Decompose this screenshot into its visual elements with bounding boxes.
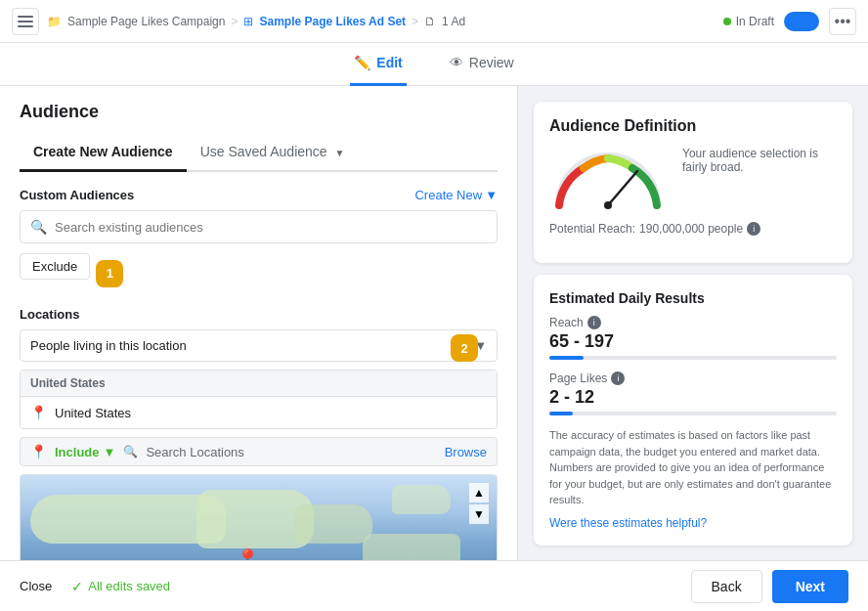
- edit-icon: ✏️: [354, 55, 370, 70]
- gauge-svg: Specific Broad: [549, 147, 667, 210]
- map-landmass-3: [294, 504, 372, 544]
- ad-icon: 🗋: [424, 15, 436, 28]
- right-panel: Audience Definition S: [518, 86, 868, 560]
- search-locations-placeholder: Search Locations: [146, 445, 243, 459]
- estimated-results-card: Estimated Daily Results Reach i 65 - 197…: [534, 275, 852, 546]
- map-area: 📍 ▲ ▼ +: [20, 474, 498, 560]
- search-icon: 🔍: [30, 219, 47, 235]
- page-likes-bar-fill: [549, 412, 573, 415]
- tab-edit-label: Edit: [376, 55, 402, 70]
- potential-reach-label: Potential Reach:: [549, 222, 635, 236]
- browse-button[interactable]: Browse: [445, 445, 487, 459]
- tab-review-label: Review: [469, 55, 514, 70]
- review-icon: 👁: [450, 55, 463, 70]
- map-scroll-up[interactable]: ▲: [469, 483, 489, 502]
- audience-title: Audience: [20, 102, 498, 122]
- svg-rect-1: [18, 21, 33, 22]
- use-saved-audience-label: Use Saved Audience: [200, 144, 327, 159]
- breadcrumb-sep2: >: [412, 15, 418, 28]
- include-location-icon: 📍: [30, 444, 47, 459]
- main-layout: Audience Create New Audience Use Saved A…: [0, 86, 868, 560]
- more-icon: •••: [835, 13, 851, 30]
- page-likes-info-icon[interactable]: i: [611, 371, 625, 385]
- location-scroll[interactable]: 📍 United States: [21, 397, 497, 428]
- disclaimer-text: The accuracy of estimates is based on fa…: [549, 427, 837, 508]
- draft-dot: [723, 18, 731, 25]
- gauge-description: Your audience selection is fairly broad.: [682, 147, 837, 174]
- map-landmass-4: [363, 534, 460, 560]
- custom-audiences-search-box[interactable]: 🔍: [20, 210, 498, 243]
- locations-title: Locations: [20, 307, 498, 322]
- tabs-bar: ✏️ Edit 👁 Review: [0, 43, 868, 86]
- draft-status: In Draft: [723, 15, 774, 28]
- reach-label: Reach i: [549, 316, 837, 329]
- location-type-label: People living in this location: [30, 338, 187, 353]
- custom-audiences-label: Custom Audiences: [20, 188, 134, 202]
- check-icon: ✓: [71, 579, 83, 594]
- tab-create-new-audience[interactable]: Create New Audience: [20, 136, 187, 172]
- svg-rect-2: [18, 25, 33, 27]
- svg-rect-0: [18, 16, 33, 18]
- location-list-box: United States 📍 United States: [20, 370, 498, 429]
- page-likes-label: Page Likes i: [549, 371, 837, 385]
- tab-use-saved-audience[interactable]: Use Saved Audience ▼: [187, 136, 359, 172]
- folder-icon: 📁: [47, 15, 62, 28]
- left-panel: Audience Create New Audience Use Saved A…: [0, 86, 518, 560]
- create-new-label: Create New: [414, 188, 482, 202]
- exclude-row: Exclude 1: [20, 253, 498, 293]
- step-1-badge: 1: [96, 260, 123, 287]
- helpful-link[interactable]: Were these estimates helpful?: [549, 516, 837, 530]
- search-audiences-input[interactable]: [55, 220, 487, 235]
- reach-bar-fill: [549, 356, 584, 360]
- potential-reach-value: 190,000,000 people: [639, 222, 743, 236]
- breadcrumb: 📁 Sample Page Likes Campaign > ⊞ Sample …: [47, 15, 716, 28]
- campaign-breadcrumb[interactable]: Sample Page Likes Campaign: [67, 15, 225, 28]
- bottom-bar: Close ✓ All edits saved Back Next: [0, 560, 868, 611]
- gauge-container: Specific Broad Your audience selection i…: [549, 147, 837, 210]
- location-check-icon: 📍: [30, 405, 47, 420]
- tab-edit[interactable]: ✏️ Edit: [350, 43, 406, 86]
- location-type-select[interactable]: People living in this location ▼: [20, 329, 498, 362]
- create-new-audience-label: Create New Audience: [33, 144, 173, 159]
- ad-breadcrumb[interactable]: 1 Ad: [442, 15, 465, 28]
- location-name: United States: [55, 406, 131, 420]
- location-search-input[interactable]: Search Locations: [146, 445, 436, 459]
- include-arrow: ▼: [104, 445, 116, 459]
- estimated-results-title: Estimated Daily Results: [549, 290, 837, 306]
- bottom-actions: Back Next: [691, 570, 848, 603]
- reach-bar: [549, 356, 837, 360]
- breadcrumb-sep1: >: [231, 15, 238, 28]
- audience-definition-card: Audience Definition S: [534, 102, 852, 263]
- include-text-label: Include: [55, 445, 100, 459]
- page-likes-value: 2 - 12: [549, 387, 837, 408]
- publish-toggle[interactable]: [784, 12, 819, 31]
- draft-label: In Draft: [736, 15, 774, 28]
- sidebar-toggle-btn[interactable]: [12, 8, 39, 35]
- location-item-us[interactable]: 📍 United States: [21, 397, 497, 428]
- audience-def-title: Audience Definition: [549, 117, 837, 135]
- next-button[interactable]: Next: [772, 570, 848, 603]
- tab-review[interactable]: 👁 Review: [446, 43, 518, 86]
- include-bar: 📍 Include ▼ 🔍 Search Locations Browse: [20, 437, 498, 466]
- back-button[interactable]: Back: [691, 570, 762, 603]
- reach-info-icon[interactable]: i: [587, 316, 601, 329]
- custom-audiences-section: Custom Audiences Create New ▼: [20, 188, 498, 202]
- create-new-arrow: ▼: [485, 188, 498, 202]
- locations-section: Locations People living in this location…: [20, 307, 498, 560]
- exclude-button[interactable]: Exclude: [20, 253, 90, 280]
- page-likes-bar: [549, 412, 837, 415]
- include-label[interactable]: Include ▼: [55, 445, 115, 459]
- map-controls: ▲ ▼: [469, 483, 489, 524]
- map-landmass-5: [392, 485, 451, 514]
- top-nav: 📁 Sample Page Likes Campaign > ⊞ Sample …: [0, 0, 868, 43]
- map-scroll-down[interactable]: ▼: [469, 504, 489, 524]
- saved-label: All edits saved: [88, 579, 170, 593]
- include-search-icon: 🔍: [123, 445, 138, 458]
- more-options-btn[interactable]: •••: [829, 8, 856, 35]
- create-new-btn[interactable]: Create New ▼: [414, 188, 498, 202]
- potential-reach-info-icon[interactable]: i: [747, 222, 760, 236]
- adset-breadcrumb[interactable]: Sample Page Likes Ad Set: [259, 15, 406, 28]
- svg-point-4: [604, 201, 612, 209]
- close-button[interactable]: Close: [20, 579, 52, 593]
- nav-right: In Draft •••: [723, 8, 856, 35]
